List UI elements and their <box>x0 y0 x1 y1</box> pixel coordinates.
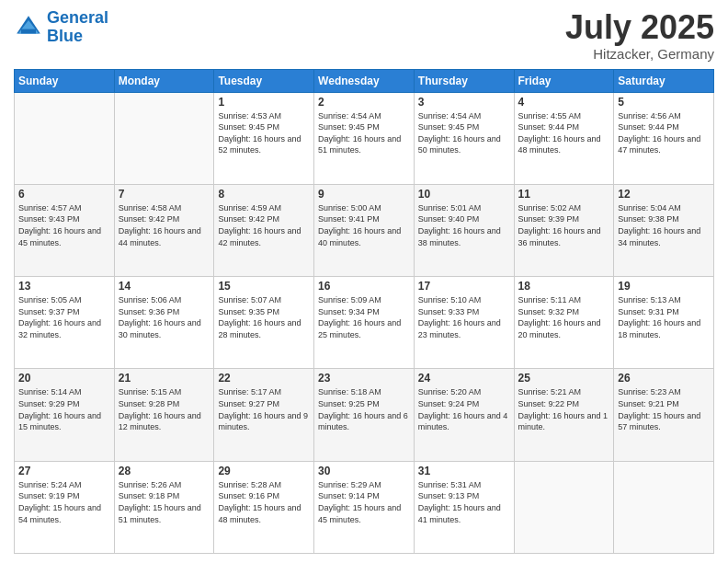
calendar-cell: 24Sunrise: 5:20 AM Sunset: 9:24 PM Dayli… <box>414 369 514 461</box>
day-info: Sunrise: 4:55 AM Sunset: 9:44 PM Dayligh… <box>518 110 610 156</box>
calendar-cell: 11Sunrise: 5:02 AM Sunset: 9:39 PM Dayli… <box>514 184 614 276</box>
day-info: Sunrise: 5:18 AM Sunset: 9:25 PM Dayligh… <box>318 386 410 432</box>
logo-text: General Blue <box>47 9 108 46</box>
calendar-table: SundayMondayTuesdayWednesdayThursdayFrid… <box>14 69 714 554</box>
day-number: 4 <box>518 96 610 109</box>
day-info: Sunrise: 5:21 AM Sunset: 9:22 PM Dayligh… <box>518 386 610 432</box>
location: Hitzacker, Germany <box>565 46 714 62</box>
calendar-cell: 25Sunrise: 5:21 AM Sunset: 9:22 PM Dayli… <box>514 369 614 461</box>
day-number: 9 <box>318 188 410 201</box>
day-number: 30 <box>318 465 410 477</box>
logo-line2: Blue <box>47 27 83 45</box>
day-number: 12 <box>618 188 710 201</box>
day-number: 14 <box>119 280 210 293</box>
day-number: 21 <box>119 372 210 385</box>
day-number: 6 <box>18 188 110 201</box>
weekday-header-wednesday: Wednesday <box>314 69 415 92</box>
day-info: Sunrise: 5:29 AM Sunset: 9:14 PM Dayligh… <box>318 479 410 525</box>
day-info: Sunrise: 5:02 AM Sunset: 9:39 PM Dayligh… <box>518 202 610 248</box>
calendar-week-row: 1Sunrise: 4:53 AM Sunset: 9:45 PM Daylig… <box>15 92 714 184</box>
weekday-header-monday: Monday <box>114 69 214 92</box>
calendar-cell: 18Sunrise: 5:11 AM Sunset: 9:32 PM Dayli… <box>514 277 614 369</box>
calendar-cell: 2Sunrise: 4:54 AM Sunset: 9:45 PM Daylig… <box>314 92 415 184</box>
logo-icon <box>14 13 43 42</box>
day-number: 23 <box>318 372 410 385</box>
calendar-cell: 6Sunrise: 4:57 AM Sunset: 9:43 PM Daylig… <box>15 184 115 276</box>
day-info: Sunrise: 5:10 AM Sunset: 9:33 PM Dayligh… <box>418 294 510 340</box>
calendar-cell: 23Sunrise: 5:18 AM Sunset: 9:25 PM Dayli… <box>314 369 415 461</box>
day-number: 27 <box>18 465 110 477</box>
calendar-cell: 5Sunrise: 4:56 AM Sunset: 9:44 PM Daylig… <box>614 92 714 184</box>
calendar-cell <box>614 461 714 553</box>
calendar-cell: 7Sunrise: 4:58 AM Sunset: 9:42 PM Daylig… <box>114 184 214 276</box>
day-info: Sunrise: 5:14 AM Sunset: 9:29 PM Dayligh… <box>18 386 110 432</box>
calendar-cell <box>15 92 115 184</box>
day-number: 25 <box>518 372 610 385</box>
day-info: Sunrise: 4:59 AM Sunset: 9:42 PM Dayligh… <box>218 202 310 248</box>
day-number: 13 <box>18 280 110 293</box>
calendar-cell: 10Sunrise: 5:01 AM Sunset: 9:40 PM Dayli… <box>414 184 514 276</box>
calendar-cell: 17Sunrise: 5:10 AM Sunset: 9:33 PM Dayli… <box>414 277 514 369</box>
day-info: Sunrise: 4:58 AM Sunset: 9:42 PM Dayligh… <box>119 202 210 248</box>
day-number: 31 <box>418 465 510 477</box>
day-number: 17 <box>418 280 510 293</box>
calendar-week-row: 20Sunrise: 5:14 AM Sunset: 9:29 PM Dayli… <box>15 369 714 461</box>
calendar-cell: 29Sunrise: 5:28 AM Sunset: 9:16 PM Dayli… <box>214 461 314 553</box>
day-number: 24 <box>418 372 510 385</box>
calendar-cell: 13Sunrise: 5:05 AM Sunset: 9:37 PM Dayli… <box>15 277 115 369</box>
day-info: Sunrise: 5:17 AM Sunset: 9:27 PM Dayligh… <box>218 386 310 432</box>
page: General Blue July 2025 Hitzacker, German… <box>0 0 728 563</box>
calendar-week-row: 6Sunrise: 4:57 AM Sunset: 9:43 PM Daylig… <box>15 184 714 276</box>
day-number: 20 <box>18 372 110 385</box>
calendar-cell: 16Sunrise: 5:09 AM Sunset: 9:34 PM Dayli… <box>314 277 415 369</box>
calendar-cell: 1Sunrise: 4:53 AM Sunset: 9:45 PM Daylig… <box>214 92 314 184</box>
day-info: Sunrise: 5:15 AM Sunset: 9:28 PM Dayligh… <box>119 386 210 432</box>
header: General Blue July 2025 Hitzacker, German… <box>14 9 714 62</box>
calendar-cell: 26Sunrise: 5:23 AM Sunset: 9:21 PM Dayli… <box>614 369 714 461</box>
day-number: 26 <box>618 372 710 385</box>
day-info: Sunrise: 4:56 AM Sunset: 9:44 PM Dayligh… <box>618 110 710 156</box>
day-number: 3 <box>418 96 510 109</box>
day-number: 10 <box>418 188 510 201</box>
day-info: Sunrise: 5:00 AM Sunset: 9:41 PM Dayligh… <box>318 202 410 248</box>
day-info: Sunrise: 4:54 AM Sunset: 9:45 PM Dayligh… <box>418 110 510 156</box>
calendar-cell: 28Sunrise: 5:26 AM Sunset: 9:18 PM Dayli… <box>114 461 214 553</box>
day-number: 19 <box>618 280 710 293</box>
weekday-header-row: SundayMondayTuesdayWednesdayThursdayFrid… <box>15 69 714 92</box>
calendar-cell <box>114 92 214 184</box>
day-number: 1 <box>218 96 310 109</box>
day-info: Sunrise: 5:04 AM Sunset: 9:38 PM Dayligh… <box>618 202 710 248</box>
month-title: July 2025 <box>565 9 714 46</box>
day-number: 2 <box>318 96 410 109</box>
day-number: 5 <box>618 96 710 109</box>
day-info: Sunrise: 5:07 AM Sunset: 9:35 PM Dayligh… <box>218 294 310 340</box>
calendar-cell: 14Sunrise: 5:06 AM Sunset: 9:36 PM Dayli… <box>114 277 214 369</box>
calendar-cell: 9Sunrise: 5:00 AM Sunset: 9:41 PM Daylig… <box>314 184 415 276</box>
day-number: 15 <box>218 280 310 293</box>
logo: General Blue <box>14 9 108 46</box>
day-info: Sunrise: 5:28 AM Sunset: 9:16 PM Dayligh… <box>218 479 310 525</box>
calendar-cell: 3Sunrise: 4:54 AM Sunset: 9:45 PM Daylig… <box>414 92 514 184</box>
day-info: Sunrise: 5:06 AM Sunset: 9:36 PM Dayligh… <box>119 294 210 340</box>
calendar-cell: 31Sunrise: 5:31 AM Sunset: 9:13 PM Dayli… <box>414 461 514 553</box>
calendar-cell: 30Sunrise: 5:29 AM Sunset: 9:14 PM Dayli… <box>314 461 415 553</box>
day-info: Sunrise: 4:57 AM Sunset: 9:43 PM Dayligh… <box>18 202 110 248</box>
day-info: Sunrise: 5:26 AM Sunset: 9:18 PM Dayligh… <box>119 479 210 525</box>
day-info: Sunrise: 5:05 AM Sunset: 9:37 PM Dayligh… <box>18 294 110 340</box>
calendar-cell: 22Sunrise: 5:17 AM Sunset: 9:27 PM Dayli… <box>214 369 314 461</box>
day-info: Sunrise: 5:23 AM Sunset: 9:21 PM Dayligh… <box>618 386 710 432</box>
title-block: July 2025 Hitzacker, Germany <box>565 9 714 62</box>
calendar-cell: 19Sunrise: 5:13 AM Sunset: 9:31 PM Dayli… <box>614 277 714 369</box>
day-info: Sunrise: 5:09 AM Sunset: 9:34 PM Dayligh… <box>318 294 410 340</box>
day-number: 8 <box>218 188 310 201</box>
day-info: Sunrise: 4:54 AM Sunset: 9:45 PM Dayligh… <box>318 110 410 156</box>
calendar-cell: 8Sunrise: 4:59 AM Sunset: 9:42 PM Daylig… <box>214 184 314 276</box>
calendar-week-row: 27Sunrise: 5:24 AM Sunset: 9:19 PM Dayli… <box>15 461 714 553</box>
day-info: Sunrise: 5:20 AM Sunset: 9:24 PM Dayligh… <box>418 386 510 432</box>
weekday-header-thursday: Thursday <box>414 69 514 92</box>
day-number: 29 <box>218 465 310 477</box>
calendar-cell: 27Sunrise: 5:24 AM Sunset: 9:19 PM Dayli… <box>15 461 115 553</box>
day-number: 22 <box>218 372 310 385</box>
day-number: 18 <box>518 280 610 293</box>
day-info: Sunrise: 5:31 AM Sunset: 9:13 PM Dayligh… <box>418 479 510 525</box>
